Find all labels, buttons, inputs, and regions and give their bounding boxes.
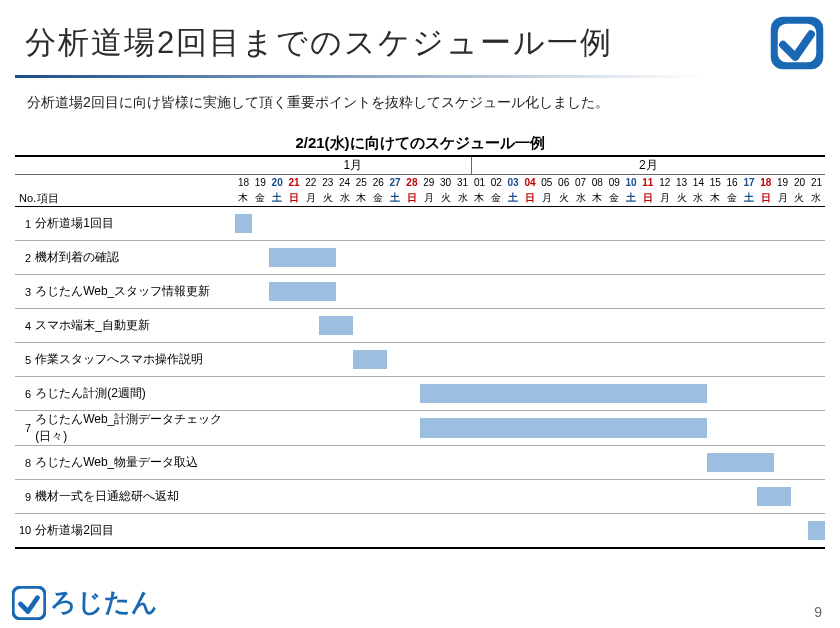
gantt-cell — [690, 411, 707, 446]
gantt-cell — [319, 446, 336, 480]
gantt-cell — [757, 207, 774, 241]
gantt-cell — [454, 343, 471, 377]
gantt-dow: 金 — [252, 191, 269, 207]
gantt-cell — [589, 343, 606, 377]
gantt-cell — [639, 377, 656, 411]
gantt-cell — [522, 377, 539, 411]
gantt-cell — [673, 241, 690, 275]
gantt-cell — [707, 241, 724, 275]
gantt-cell — [302, 275, 319, 309]
gantt-cell — [623, 207, 640, 241]
gantt-cell — [505, 377, 522, 411]
gantt-cell — [252, 309, 269, 343]
gantt-cell — [724, 411, 741, 446]
gantt-cell — [454, 309, 471, 343]
gantt-cell — [741, 411, 758, 446]
gantt-cell — [555, 343, 572, 377]
gantt-cell — [774, 241, 791, 275]
gantt-cell — [319, 309, 336, 343]
gantt-date: 02 — [488, 175, 505, 191]
gantt-date: 20 — [269, 175, 286, 191]
gantt-cell — [774, 343, 791, 377]
gantt-cell — [623, 514, 640, 548]
gantt-cell — [403, 411, 420, 446]
gantt-cell — [235, 377, 252, 411]
gantt-cell — [269, 275, 286, 309]
gantt-cell — [589, 309, 606, 343]
gantt-task-no: 9 — [15, 480, 33, 514]
gantt-cell — [589, 446, 606, 480]
gantt-cell — [606, 207, 623, 241]
gantt-cell — [673, 514, 690, 548]
gantt-cell — [707, 343, 724, 377]
gantt-cell — [387, 207, 404, 241]
gantt-cell — [555, 411, 572, 446]
gantt-cell — [639, 343, 656, 377]
gantt-cell — [252, 275, 269, 309]
gantt-date: 13 — [673, 175, 690, 191]
gantt-task-name: 機材到着の確認 — [33, 241, 235, 275]
gantt-date: 08 — [589, 175, 606, 191]
page-number: 9 — [814, 604, 822, 620]
gantt-cell — [302, 514, 319, 548]
gantt-cell — [370, 241, 387, 275]
gantt-task-row: 8ろじたんWeb_物量データ取込 — [15, 446, 825, 480]
gantt-date: 14 — [690, 175, 707, 191]
gantt-cell — [353, 207, 370, 241]
header: 分析道場2回目までのスケジュール一例 — [15, 15, 825, 71]
gantt-cell — [724, 480, 741, 514]
gantt-date: 25 — [353, 175, 370, 191]
gantt-task-no: 7 — [15, 411, 33, 446]
gantt-cell — [420, 275, 437, 309]
gantt-cell — [656, 514, 673, 548]
gantt-dow: 月 — [420, 191, 437, 207]
gantt-cell — [741, 343, 758, 377]
gantt-cell — [488, 514, 505, 548]
gantt-cell — [757, 275, 774, 309]
gantt-dow: 火 — [437, 191, 454, 207]
gantt-cell — [606, 480, 623, 514]
gantt-cell — [370, 309, 387, 343]
gantt-cell — [522, 446, 539, 480]
gantt-cell — [286, 343, 303, 377]
gantt-cell — [572, 480, 589, 514]
gantt-cell — [656, 480, 673, 514]
gantt-cell — [707, 275, 724, 309]
gantt-cell — [639, 446, 656, 480]
gantt-cell — [656, 309, 673, 343]
gantt-cell — [269, 480, 286, 514]
gantt-dow: 土 — [505, 191, 522, 207]
gantt-cell — [269, 207, 286, 241]
gantt-cell — [707, 309, 724, 343]
gantt-cell — [505, 275, 522, 309]
gantt-cell — [471, 275, 488, 309]
gantt-cell — [336, 480, 353, 514]
gantt-cell — [319, 480, 336, 514]
gantt-cell — [774, 377, 791, 411]
gantt-cell — [724, 343, 741, 377]
gantt-cell — [302, 309, 319, 343]
gantt-cell — [791, 207, 808, 241]
gantt-cell — [353, 377, 370, 411]
gantt-cell — [269, 241, 286, 275]
gantt-cell — [538, 480, 555, 514]
gantt-dow: 土 — [387, 191, 404, 207]
gantt-cell — [589, 241, 606, 275]
gantt-cell — [387, 377, 404, 411]
gantt-cell — [724, 514, 741, 548]
gantt-cell — [471, 514, 488, 548]
gantt-cell — [454, 446, 471, 480]
gantt-cell — [538, 309, 555, 343]
gantt-dow: 水 — [454, 191, 471, 207]
gantt-cell — [269, 446, 286, 480]
gantt-cell — [454, 480, 471, 514]
gantt-cell — [353, 275, 370, 309]
gantt-cell — [319, 411, 336, 446]
gantt-cell — [673, 480, 690, 514]
gantt-cell — [235, 309, 252, 343]
gantt-cell — [589, 207, 606, 241]
gantt-cell — [420, 343, 437, 377]
gantt-task-name: 分析道場1回目 — [33, 207, 235, 241]
gantt-cell — [505, 207, 522, 241]
gantt-cell — [623, 446, 640, 480]
